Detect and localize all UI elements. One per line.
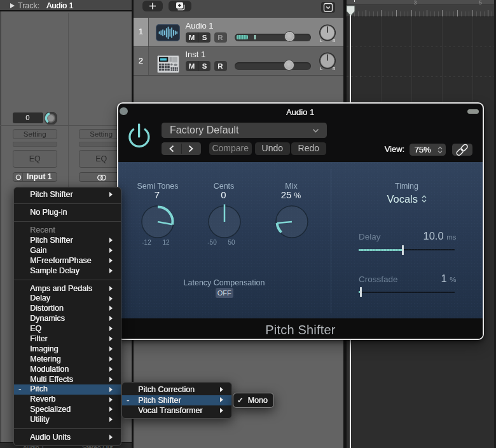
svg-text:R: R bbox=[333, 67, 336, 71]
svg-text:L: L bbox=[320, 38, 322, 42]
svg-text:L: L bbox=[320, 67, 322, 71]
svg-text:R: R bbox=[333, 38, 336, 42]
